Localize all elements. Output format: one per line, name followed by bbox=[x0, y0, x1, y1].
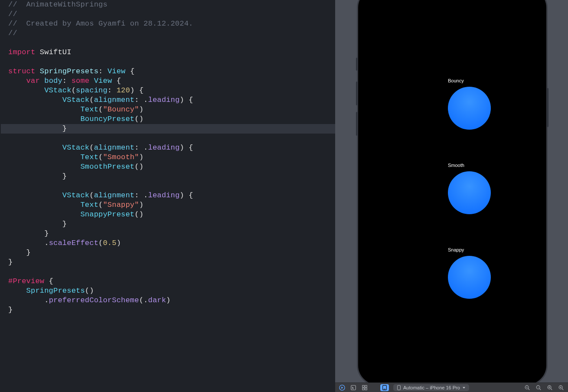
code-editor[interactable]: // AnimateWithSprings // // Created by A… bbox=[0, 0, 335, 392]
phone-screen: Bouncy Smooth Snappy bbox=[363, 0, 541, 379]
phone-button-volume-down bbox=[356, 112, 358, 136]
play-icon[interactable] bbox=[339, 384, 346, 391]
code-line bbox=[1, 267, 335, 277]
svg-line-22 bbox=[562, 389, 563, 390]
selectable-icon[interactable] bbox=[350, 384, 357, 391]
preview-toolbar: Automatic – iPhone 16 Pro 1 bbox=[335, 382, 568, 392]
zoom-out-icon[interactable] bbox=[524, 384, 531, 391]
svg-rect-3 bbox=[362, 385, 364, 387]
preset-smooth: Smooth bbox=[431, 163, 474, 214]
preset-snappy: Snappy bbox=[431, 247, 474, 299]
zoom-actual-icon[interactable]: 1 bbox=[535, 384, 542, 391]
svg-line-15 bbox=[539, 389, 541, 390]
svg-line-18 bbox=[551, 389, 552, 390]
circle-shape bbox=[448, 87, 491, 130]
code-line: struct SpringPresets: View { bbox=[1, 67, 335, 76]
code-line bbox=[1, 181, 335, 191]
svg-marker-1 bbox=[341, 386, 343, 389]
svg-rect-9 bbox=[398, 385, 401, 389]
preset-label: Snappy bbox=[448, 247, 464, 252]
code-line: #Preview { bbox=[1, 277, 335, 286]
preview-content: Bouncy Smooth Snappy bbox=[363, 78, 541, 332]
device-label: Automatic – iPhone 16 Pro bbox=[403, 385, 460, 390]
zoom-fit-icon[interactable] bbox=[546, 384, 553, 391]
code-line: Text("Snappy") bbox=[1, 200, 335, 210]
svg-rect-6 bbox=[365, 388, 367, 389]
code-line: } bbox=[1, 229, 335, 238]
code-line: // AnimateWithSprings bbox=[1, 0, 335, 10]
code-line: } bbox=[1, 219, 335, 229]
circle-shape bbox=[448, 256, 491, 299]
preset-label: Smooth bbox=[448, 163, 464, 168]
preset-bouncy: Bouncy bbox=[431, 78, 474, 130]
code-line: } bbox=[1, 172, 335, 181]
code-line bbox=[1, 57, 335, 67]
code-line: .preferredColorScheme(.dark) bbox=[1, 296, 335, 305]
code-line: } bbox=[1, 258, 335, 267]
preview-canvas[interactable]: Bouncy Smooth Snappy bbox=[335, 0, 568, 392]
code-line: SpringPresets() bbox=[1, 286, 335, 296]
phone-button-power bbox=[547, 88, 548, 127]
code-line: VStack(alignment: .leading) { bbox=[1, 191, 335, 200]
svg-rect-4 bbox=[365, 385, 367, 387]
code-line: // Created by Amos Gyamfi on 28.12.2024. bbox=[1, 19, 335, 29]
device-frame: Bouncy Smooth Snappy bbox=[357, 0, 548, 386]
code-line bbox=[1, 134, 335, 143]
code-line: SnappyPreset() bbox=[1, 210, 335, 219]
circle-shape bbox=[448, 171, 491, 214]
code-line: .scaleEffect(0.5) bbox=[1, 238, 335, 248]
svg-rect-5 bbox=[362, 388, 364, 389]
code-line: // bbox=[1, 29, 335, 38]
code-line: Text("Smooth") bbox=[1, 153, 335, 162]
device-selector[interactable]: Automatic – iPhone 16 Pro bbox=[393, 384, 469, 391]
code-line: import SwiftUI bbox=[1, 48, 335, 57]
code-line: // bbox=[1, 10, 335, 19]
phone-button-volume-up bbox=[356, 82, 358, 105]
svg-rect-8 bbox=[384, 389, 385, 389]
code-line: VStack(spacing: 120) { bbox=[1, 86, 335, 95]
code-line-cursor: } bbox=[1, 124, 335, 134]
code-line: BouncyPreset() bbox=[1, 114, 335, 124]
code-line: SmoothPreset() bbox=[1, 162, 335, 172]
code-line: var body: some View { bbox=[1, 76, 335, 86]
code-line: } bbox=[1, 305, 335, 315]
live-preview-icon[interactable] bbox=[380, 384, 389, 391]
svg-point-17 bbox=[548, 385, 551, 389]
code-line bbox=[1, 38, 335, 48]
svg-line-12 bbox=[528, 389, 529, 390]
code-line: } bbox=[1, 248, 335, 258]
code-line: VStack(alignment: .leading) { bbox=[1, 95, 335, 105]
svg-marker-10 bbox=[463, 387, 465, 389]
preset-label: Bouncy bbox=[448, 78, 464, 83]
phone-button-silence bbox=[356, 58, 358, 71]
svg-text:1: 1 bbox=[538, 386, 539, 388]
code-line: VStack(alignment: .leading) { bbox=[1, 143, 335, 153]
zoom-in-icon[interactable] bbox=[558, 384, 565, 391]
variants-icon[interactable] bbox=[361, 384, 368, 391]
code-line: Text("Bouncy") bbox=[1, 105, 335, 114]
